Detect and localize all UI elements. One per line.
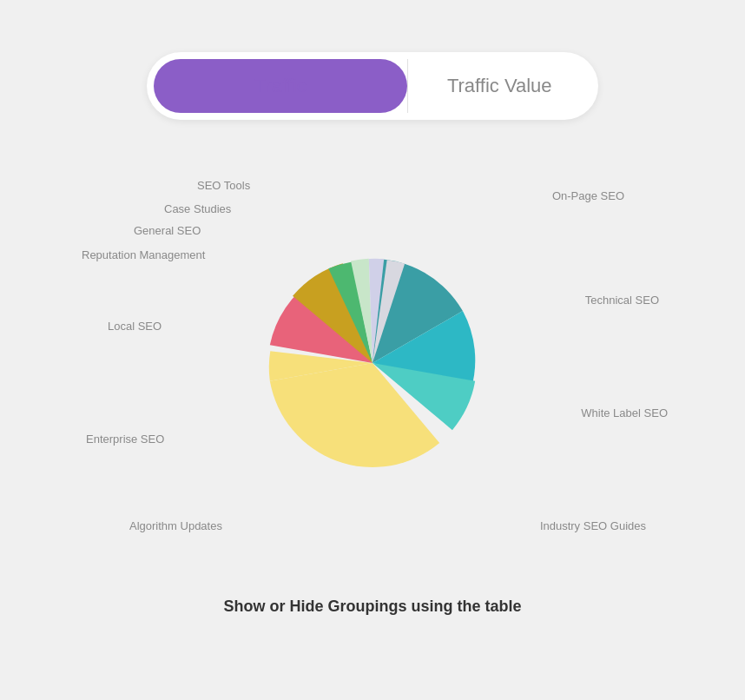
- traffic-tab[interactable]: Traffic: [154, 59, 407, 113]
- pie-chart: [225, 207, 520, 519]
- general-seo-label: General SEO: [134, 224, 201, 237]
- enterprise-seo-label: Enterprise SEO: [86, 433, 164, 446]
- technical-seo-label: Technical SEO: [585, 294, 659, 307]
- chart-area: SEO Tools Case Studies General SEO Reput…: [69, 155, 676, 571]
- on-page-seo-label: On-Page SEO: [552, 189, 624, 202]
- white-label-seo-label: White Label SEO: [581, 406, 668, 419]
- traffic-tab-label: Traffic: [254, 75, 307, 96]
- traffic-value-tab[interactable]: Traffic Value: [407, 59, 592, 113]
- traffic-value-tab-label: Traffic Value: [447, 75, 552, 96]
- local-seo-label: Local SEO: [108, 320, 162, 333]
- reputation-management-label: Reputation Management: [82, 248, 205, 261]
- footer-text: Show or Hide Groupings using the table: [223, 598, 521, 616]
- seo-tools-label: SEO Tools: [197, 179, 250, 192]
- toggle-bar: Traffic Traffic Value: [147, 52, 598, 120]
- algorithm-updates-label: Algorithm Updates: [129, 519, 222, 532]
- industry-seo-guides-label: Industry SEO Guides: [540, 519, 646, 532]
- case-studies-label: Case Studies: [164, 202, 231, 215]
